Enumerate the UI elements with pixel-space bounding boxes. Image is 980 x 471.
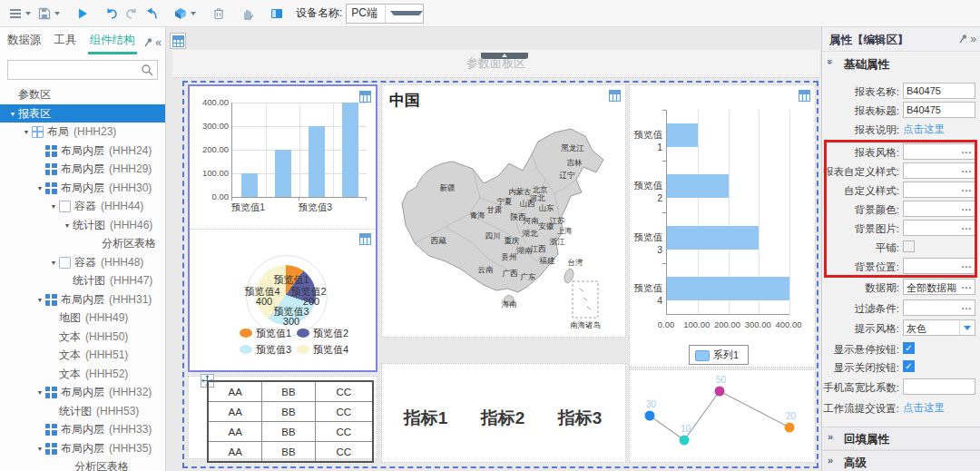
expand-panel-icon[interactable]: »	[970, 33, 976, 45]
tree-item-容器-HHH44[interactable]: ▼容器(HHH44)	[0, 197, 165, 215]
bar-预览值4[interactable]	[342, 103, 358, 197]
tree-item-参数区[interactable]: 参数区	[0, 85, 165, 103]
prop-input[interactable]: 全部数据期...	[903, 279, 975, 295]
bar-预览值2[interactable]	[275, 150, 291, 197]
tree-item-布局-HHH23[interactable]: ▼布局(HHH23)	[0, 123, 165, 141]
table-cell[interactable]: AA	[208, 442, 262, 463]
prop-input[interactable]: ...	[903, 258, 975, 274]
chart-edit-icon[interactable]	[799, 89, 810, 105]
section-basic-properties[interactable]: » 基础属性	[822, 53, 980, 74]
tree-expand-arrow[interactable]: ▼	[34, 446, 45, 452]
ellipsis-button[interactable]: ...	[962, 221, 972, 231]
search-input[interactable]	[7, 60, 158, 80]
menu-icon[interactable]	[5, 4, 25, 24]
section-advanced[interactable]: » 高级	[822, 450, 980, 471]
tree-item-布局内层-HHH33[interactable]: 布局内层(HHH33)	[0, 420, 165, 438]
table-cell[interactable]: AA	[208, 381, 262, 402]
data-point[interactable]	[680, 436, 690, 446]
tree-item-布局内层-HHH35[interactable]: ▼布局内层(HHH35)	[0, 439, 165, 457]
tree-expand-arrow[interactable]: ▼	[48, 203, 59, 210]
undo-icon[interactable]	[102, 4, 122, 24]
ellipsis-button[interactable]: ...	[962, 260, 972, 270]
line-chart-widget[interactable]: 30105020	[629, 369, 816, 463]
prop-link[interactable]: 点击这里	[903, 123, 945, 136]
legend-label[interactable]: 预览值4	[313, 343, 348, 357]
prop-input[interactable]: B40475	[903, 83, 975, 99]
tree-item-布局内层-HHH31[interactable]: ▼布局内层(HHH31)	[0, 290, 165, 309]
table-cell[interactable]: BB	[262, 402, 315, 422]
dropdown-button[interactable]	[959, 320, 975, 335]
prop-input[interactable]: ...	[903, 201, 975, 217]
tree-item-统计图-HHH47[interactable]: 统计图(HHH47)	[0, 271, 165, 289]
bar-预览值3[interactable]	[667, 226, 759, 250]
parameter-panel-collapse-handle[interactable]	[481, 53, 528, 59]
table-cell[interactable]: BB	[262, 442, 315, 463]
pin-icon[interactable]	[957, 31, 968, 47]
table-row[interactable]: AABBCC	[208, 442, 373, 463]
device-select[interactable]: PC端	[346, 4, 424, 24]
tree-item-分析区表格[interactable]: 分析区表格	[0, 234, 165, 252]
ellipsis-button[interactable]: ...	[962, 202, 972, 212]
legend-label[interactable]: 预览值1	[256, 327, 291, 340]
run-icon[interactable]	[73, 4, 93, 24]
bar-预览值4[interactable]	[667, 277, 789, 300]
collapse-panel-icon[interactable]: «	[155, 36, 162, 49]
legend-label[interactable]: 预览值2	[313, 327, 348, 340]
chevron-down-icon[interactable]	[25, 12, 31, 15]
tree-item-布局内层-HHH32[interactable]: ▼布局内层(HHH32)	[0, 383, 165, 401]
chevron-down-icon[interactable]	[191, 12, 196, 15]
tree-expand-arrow[interactable]: ▼	[34, 297, 45, 303]
prop-checkbox[interactable]: ✓	[903, 342, 915, 354]
delete-icon[interactable]	[209, 4, 229, 24]
prop-checkbox[interactable]	[903, 240, 915, 252]
tree-expand-arrow[interactable]: ▼	[21, 129, 32, 135]
table-row[interactable]: AABBCC	[208, 381, 373, 402]
legend-marker[interactable]	[297, 345, 309, 354]
tree-item-报表区[interactable]: ▼报表区	[0, 104, 165, 123]
tree-item-容器-HHH48[interactable]: ▼容器(HHH48)	[0, 253, 165, 271]
ellipsis-button[interactable]: ...	[962, 145, 972, 155]
section-backfill-properties[interactable]: » 回填属性	[822, 427, 980, 450]
ellipsis-button[interactable]: ...	[962, 280, 972, 290]
legend-label[interactable]: 预览值3	[256, 343, 291, 357]
tree-item-统计图-HHH53[interactable]: 统计图(HHH53)	[0, 402, 165, 420]
prop-input[interactable]: B40475	[903, 102, 975, 118]
ellipsis-button[interactable]: ...	[962, 164, 972, 174]
legend-marker[interactable]	[240, 345, 252, 354]
pie-chart[interactable]: 预览值1预览值2200预览值3300预览值4400预览值1预览值2预览值3预览值…	[190, 229, 376, 370]
chart-edit-icon[interactable]	[359, 232, 371, 249]
table-cell[interactable]: CC	[315, 381, 373, 402]
prop-input[interactable]: ...	[903, 182, 975, 198]
hbar-chart-widget[interactable]: 预览值1预览值2预览值3预览值40.00100.00200.00300.0040…	[629, 84, 816, 368]
indicator-2[interactable]: 指标2	[481, 407, 525, 430]
prop-input[interactable]	[903, 378, 975, 395]
data-point[interactable]	[645, 411, 655, 421]
column-chart[interactable]: 400.00300.00200.00100.000.00预览值1预览值3	[190, 86, 376, 230]
legend-label[interactable]: 系列1	[713, 348, 739, 362]
prop-input[interactable]: ...	[903, 143, 975, 160]
table-cell[interactable]: CC	[315, 442, 373, 463]
table-cell[interactable]: BB	[262, 381, 315, 402]
prop-input[interactable]: 灰色	[903, 319, 975, 336]
prop-input[interactable]: ...	[903, 220, 975, 236]
table-row[interactable]: AABBCC	[208, 402, 373, 422]
tree-item-布局内层-HHH24[interactable]: 布局内层(HHH24)	[0, 142, 165, 160]
prop-link[interactable]: 点击这里	[903, 401, 945, 415]
ellipsis-button[interactable]: ...	[962, 301, 972, 311]
panel-icon[interactable]	[267, 4, 287, 24]
tree-item-布局内层-HHH30[interactable]: ▼布局内层(HHH30)	[0, 179, 165, 197]
tree-item-文本-HHH52[interactable]: 文本(HHH52)	[0, 365, 165, 383]
data-point[interactable]	[715, 387, 725, 397]
tree-item-分析区表格[interactable]: 分析区表格	[0, 457, 165, 471]
table-row[interactable]: AABBCC	[208, 422, 373, 442]
tree-item-地图-HHH49[interactable]: 地图(HHH49)	[0, 309, 165, 327]
hand-icon[interactable]	[238, 4, 258, 24]
chevron-down-icon[interactable]	[385, 5, 424, 23]
tree-expand-arrow[interactable]: ▼	[34, 185, 45, 191]
indicator-3[interactable]: 指标3	[558, 407, 603, 430]
table-cell[interactable]: AA	[208, 422, 262, 442]
bar-预览值3[interactable]	[309, 126, 325, 197]
pin-icon[interactable]	[142, 34, 153, 51]
tree-expand-arrow[interactable]: ▼	[62, 222, 73, 229]
data-table[interactable]: AABBCCAABBCCAABBCCAABBCC	[207, 380, 374, 463]
